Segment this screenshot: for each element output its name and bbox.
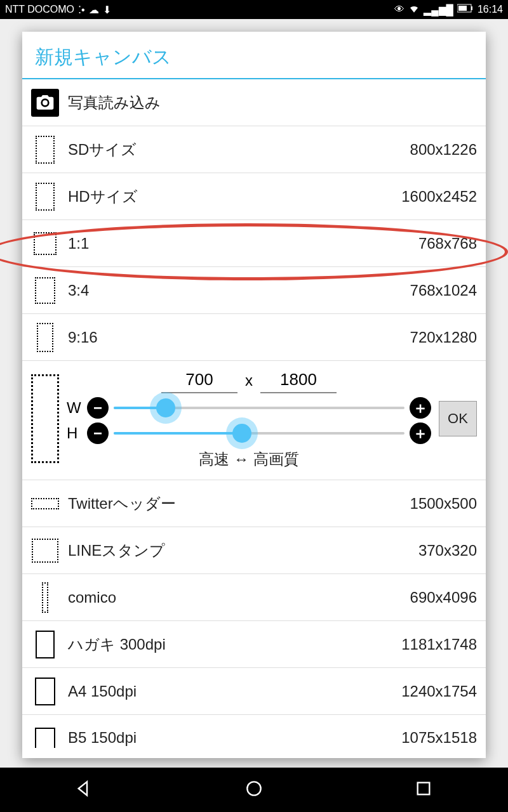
size-label: ハガキ 300dpi <box>68 634 392 655</box>
preview-icon <box>37 323 53 352</box>
new-canvas-dialog: 新規キャンバス 写真読み込み SDサイズ 800x1226 HDサイズ 1600… <box>22 32 486 758</box>
size-row-b5[interactable]: B5 150dpi 1075x1518 <box>22 715 486 752</box>
camera-icon <box>31 89 59 117</box>
ok-button[interactable]: OK <box>439 401 477 436</box>
size-row-twitter[interactable]: Twitterヘッダー 1500x500 <box>22 480 486 527</box>
nav-bar <box>0 768 508 812</box>
photo-load-row[interactable]: 写真読み込み <box>22 79 486 126</box>
size-value: 1075x1518 <box>401 729 477 747</box>
preview-icon <box>34 232 57 255</box>
size-label: A4 150dpi <box>68 683 392 700</box>
size-row-1-1[interactable]: 1:1 768x768 <box>22 220 486 267</box>
size-value: 800x1226 <box>410 141 477 159</box>
size-row-3-4[interactable]: 3:4 768x1024 <box>22 267 486 314</box>
dialog-body[interactable]: 写真読み込み SDサイズ 800x1226 HDサイズ 1600x2452 1:… <box>22 79 486 758</box>
preview-icon <box>36 136 55 164</box>
sync-icon: ⁚• <box>78 4 85 16</box>
size-value: 768x1024 <box>410 282 477 299</box>
size-value: 1181x1748 <box>401 636 477 653</box>
width-input[interactable] <box>161 367 237 393</box>
width-slider-label: W <box>67 399 82 417</box>
size-label: B5 150dpi <box>68 729 392 747</box>
size-label: Twitterヘッダー <box>68 494 401 514</box>
custom-size-row: x W − ＋ H − <box>22 361 486 480</box>
size-label: LINEスタンプ <box>68 540 410 561</box>
size-label: 1:1 <box>68 235 410 252</box>
svg-rect-2 <box>458 6 467 11</box>
preview-icon <box>32 539 58 563</box>
preview-icon <box>35 277 55 304</box>
home-button[interactable] <box>244 778 264 801</box>
back-button[interactable] <box>74 778 95 801</box>
battery-icon <box>457 4 474 15</box>
size-value: 1600x2452 <box>401 188 477 206</box>
preview-icon <box>36 631 55 658</box>
carrier-text: NTT DOCOMO <box>5 4 74 15</box>
size-row-hd[interactable]: HDサイズ 1600x2452 <box>22 173 486 220</box>
photo-load-label: 写真読み込み <box>68 93 477 113</box>
preview-icon <box>42 582 48 613</box>
size-row-9-16[interactable]: 9:16 720x1280 <box>22 314 486 361</box>
size-value: 690x4096 <box>410 589 477 606</box>
recent-button[interactable] <box>413 778 434 801</box>
preview-icon <box>35 728 55 748</box>
size-row-a4[interactable]: A4 150dpi 1240x1754 <box>22 668 486 715</box>
size-row-hagaki[interactable]: ハガキ 300dpi 1181x1748 <box>22 621 486 668</box>
preview-icon <box>36 183 55 211</box>
quality-hint: 高速 ↔ 高画質 <box>67 449 431 469</box>
height-minus-button[interactable]: − <box>87 422 109 444</box>
preview-icon <box>35 678 55 705</box>
eye-icon: 👁 <box>394 4 404 15</box>
download-icon: ⬇ <box>103 4 111 16</box>
preview-icon <box>31 498 59 509</box>
cloud-icon: ☁ <box>89 4 99 16</box>
width-plus-button[interactable]: ＋ <box>410 397 431 419</box>
width-minus-button[interactable]: − <box>87 397 109 419</box>
size-label: comico <box>68 589 401 606</box>
custom-preview-icon <box>31 374 59 463</box>
size-value: 1500x500 <box>410 495 477 513</box>
size-value: 370x320 <box>418 542 477 560</box>
height-plus-button[interactable]: ＋ <box>410 422 431 444</box>
size-value: 1240x1754 <box>401 683 477 700</box>
size-value: 720x1280 <box>410 329 477 346</box>
height-slider[interactable] <box>114 432 404 435</box>
clock-text: 16:14 <box>478 4 503 15</box>
dialog-title: 新規キャンバス <box>22 32 486 79</box>
size-row-sd[interactable]: SDサイズ 800x1226 <box>22 126 486 173</box>
svg-rect-1 <box>471 6 472 10</box>
width-slider[interactable] <box>114 407 404 409</box>
height-slider-label: H <box>67 424 82 442</box>
wifi-icon <box>408 3 420 16</box>
size-row-comico[interactable]: comico 690x4096 <box>22 574 486 621</box>
signal-icon: ▂▄▆█ <box>424 4 453 16</box>
status-bar: NTT DOCOMO ⁚• ☁ ⬇ 👁 ▂▄▆█ 16:14 <box>0 0 508 19</box>
size-value: 768x768 <box>418 235 477 252</box>
dimension-separator: x <box>245 372 253 390</box>
svg-rect-4 <box>417 783 429 795</box>
svg-point-3 <box>247 782 260 795</box>
size-row-line[interactable]: LINEスタンプ 370x320 <box>22 527 486 574</box>
size-label: 9:16 <box>68 329 401 346</box>
size-label: 3:4 <box>68 282 401 299</box>
size-label: HDサイズ <box>68 187 392 207</box>
height-input[interactable] <box>260 367 337 393</box>
size-label: SDサイズ <box>68 140 401 160</box>
